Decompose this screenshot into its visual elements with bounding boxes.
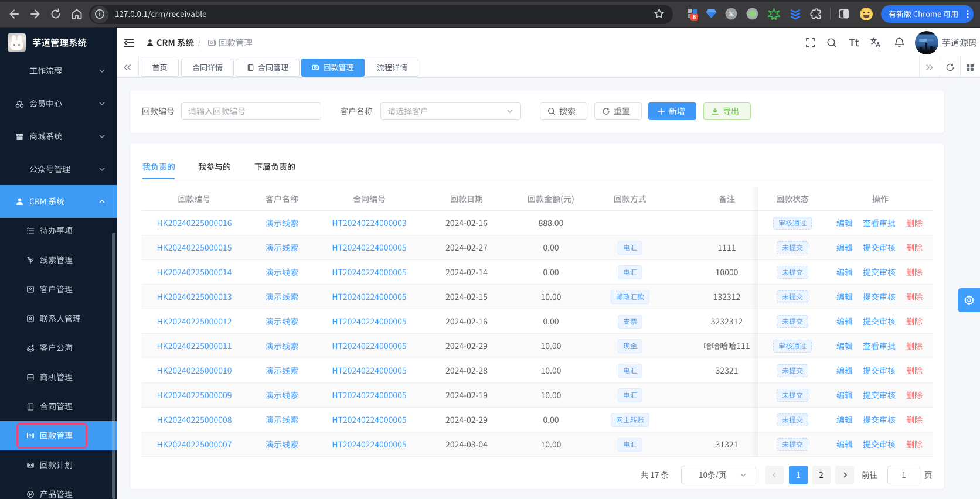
svg-text:⌘: ⌘: [728, 11, 734, 18]
svg-text:6: 6: [693, 14, 696, 20]
